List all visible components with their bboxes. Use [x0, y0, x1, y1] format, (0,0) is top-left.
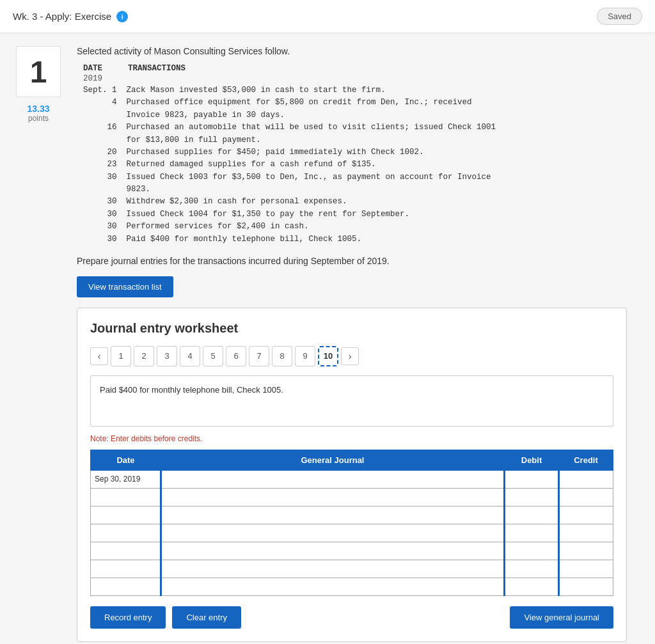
journal-input[interactable] — [162, 542, 503, 560]
credit-input[interactable] — [560, 542, 613, 560]
debit-input[interactable] — [505, 507, 558, 524]
debit-cell — [505, 577, 559, 595]
points-value: 13.33 — [27, 104, 49, 114]
page-5[interactable]: 5 — [203, 346, 223, 366]
table-row — [91, 542, 613, 560]
journal-input[interactable] — [162, 524, 503, 542]
journal-cell — [161, 542, 505, 560]
table-row — [91, 524, 613, 542]
debit-cell — [505, 542, 559, 560]
question-number: 1 — [16, 46, 61, 97]
table-row — [91, 560, 613, 577]
debit-input[interactable] — [505, 524, 558, 542]
table-row — [91, 506, 613, 524]
header-general-journal: General Journal — [161, 450, 505, 470]
header-date: Date — [91, 450, 161, 470]
page-3[interactable]: 3 — [157, 346, 177, 366]
info-icon[interactable]: i — [116, 11, 128, 22]
table-row: Sep 30, 2019 — [91, 470, 613, 488]
transactions-header: TRANSACTIONS — [128, 64, 185, 73]
pagination: ‹ 1 2 3 4 5 6 7 8 9 10 › — [90, 346, 613, 366]
credit-cell — [559, 488, 613, 506]
prev-page-button[interactable]: ‹ — [90, 347, 108, 365]
date-cell: Sep 30, 2019 — [91, 470, 161, 488]
record-entry-button[interactable]: Record entry — [90, 606, 166, 629]
table-row — [91, 488, 613, 506]
button-row: Record entry Clear entry View general jo… — [90, 606, 613, 629]
year-label: 2019 — [83, 74, 642, 83]
credit-cell — [559, 542, 613, 560]
next-page-button[interactable]: › — [341, 347, 359, 365]
page-8[interactable]: 8 — [272, 346, 292, 366]
journal-input[interactable] — [162, 471, 503, 488]
saved-button[interactable]: Saved — [597, 8, 642, 25]
transaction-description: Paid $400 for monthly telephone bill, Ch… — [90, 375, 613, 427]
note-text: Note: Enter debits before credits. — [90, 434, 613, 443]
date-cell — [91, 506, 161, 524]
credit-input[interactable] — [560, 471, 613, 488]
date-cell — [91, 524, 161, 542]
page-6[interactable]: 6 — [226, 346, 246, 366]
date-header: DATE — [83, 64, 102, 73]
prepare-text: Prepare journal entries for the transact… — [77, 256, 642, 266]
credit-cell — [559, 560, 613, 577]
header-credit: Credit — [559, 450, 613, 470]
journal-cell — [161, 577, 505, 595]
date-cell — [91, 542, 161, 560]
credit-input[interactable] — [560, 507, 613, 524]
date-cell — [91, 560, 161, 577]
view-general-journal-button[interactable]: View general journal — [510, 606, 613, 629]
date-input[interactable] — [91, 560, 160, 577]
debit-input[interactable] — [505, 471, 558, 488]
credit-input[interactable] — [560, 524, 613, 542]
date-input[interactable] — [91, 489, 160, 506]
points-label: points — [28, 114, 49, 123]
header-debit: Debit — [505, 450, 559, 470]
credit-cell — [559, 470, 613, 488]
credit-cell — [559, 524, 613, 542]
page-2[interactable]: 2 — [134, 346, 154, 366]
credit-cell — [559, 506, 613, 524]
clear-entry-button[interactable]: Clear entry — [172, 606, 241, 629]
journal-cell — [161, 470, 505, 488]
debit-cell — [505, 524, 559, 542]
activity-intro: Selected activity of Mason Consulting Se… — [77, 46, 642, 56]
journal-cell — [161, 506, 505, 524]
debit-cell — [505, 488, 559, 506]
debit-input[interactable] — [505, 542, 558, 560]
journal-cell — [161, 560, 505, 577]
date-input[interactable] — [91, 507, 160, 524]
page-4[interactable]: 4 — [180, 346, 200, 366]
transactions-text: Sept. 1 Zack Mason invested $53,000 in c… — [83, 84, 642, 246]
debit-input[interactable] — [505, 489, 558, 506]
page-title: Wk. 3 - Apply: Exercise — [13, 11, 111, 22]
journal-cell — [161, 488, 505, 506]
credit-input[interactable] — [560, 489, 613, 506]
credit-input[interactable] — [560, 578, 613, 595]
page-9[interactable]: 9 — [295, 346, 315, 366]
date-cell — [91, 488, 161, 506]
page-1[interactable]: 1 — [111, 346, 131, 366]
journal-input[interactable] — [162, 507, 503, 524]
page-10[interactable]: 10 — [318, 346, 338, 366]
worksheet-title: Journal entry worksheet — [90, 321, 613, 336]
date-input[interactable] — [91, 524, 160, 542]
page-7[interactable]: 7 — [249, 346, 269, 366]
credit-input[interactable] — [560, 560, 613, 577]
date-input[interactable] — [91, 578, 160, 595]
debit-input[interactable] — [505, 578, 558, 595]
debit-input[interactable] — [505, 560, 558, 577]
credit-cell — [559, 577, 613, 595]
journal-cell — [161, 524, 505, 542]
journal-input[interactable] — [162, 560, 503, 577]
journal-input[interactable] — [162, 489, 503, 506]
top-bar-left: Wk. 3 - Apply: Exercise i — [13, 11, 128, 22]
journal-input[interactable] — [162, 578, 503, 595]
view-transaction-list-button[interactable]: View transaction list — [77, 276, 173, 297]
journal-table: Date General Journal Debit Credit Sep 30… — [90, 450, 613, 596]
date-input[interactable] — [91, 542, 160, 560]
main-content: 1 13.33 points Selected activity of Maso… — [0, 33, 655, 644]
debit-cell — [505, 560, 559, 577]
top-bar: Wk. 3 - Apply: Exercise i Saved — [0, 0, 655, 33]
date-cell — [91, 577, 161, 595]
